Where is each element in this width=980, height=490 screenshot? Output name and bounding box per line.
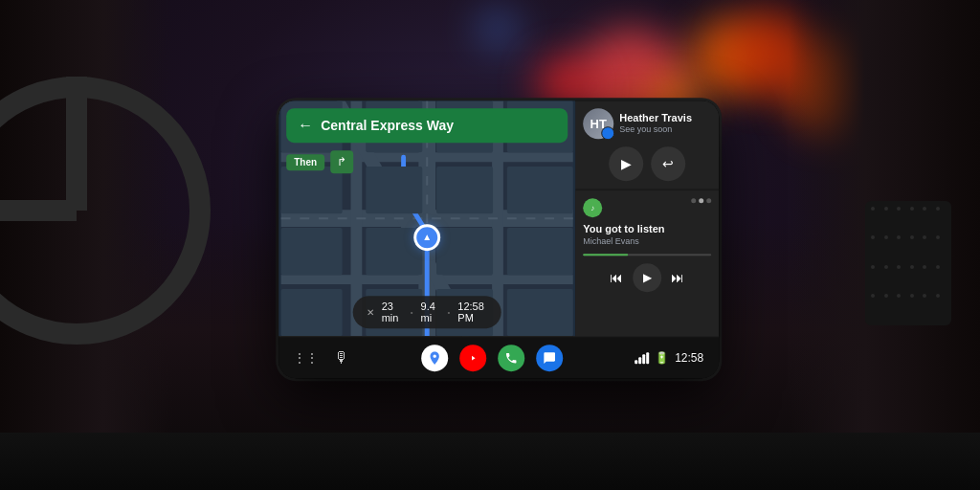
svg-rect-22 — [507, 228, 573, 275]
youtube-music-app-icon[interactable] — [459, 345, 486, 371]
music-controls: ⏮ ▶ ⏭ — [583, 263, 711, 292]
eta-separator-1: • — [411, 308, 413, 317]
taskbar: ⋮⋮ 🎙 — [278, 336, 719, 378]
svg-rect-18 — [507, 167, 573, 213]
car-background: ← Central Express Way Then ↱ ✕ — [0, 0, 980, 490]
svg-rect-15 — [281, 167, 343, 213]
bokeh-light-6 — [479, 10, 517, 48]
then-turn-arrow: ↱ — [330, 150, 353, 173]
battery-icon: 🔋 — [655, 351, 669, 365]
eta-separator-2: • — [447, 308, 450, 317]
screen-content: ← Central Express Way Then ↱ ✕ — [278, 100, 719, 378]
call-reply-button[interactable]: ↩ — [651, 146, 685, 181]
music-title: You got to listen — [583, 223, 711, 234]
music-card: ♪ You got to listen Michael Evans ⏮ ▶ ⏭ — [575, 190, 719, 336]
maps-app-icon[interactable] — [421, 345, 448, 371]
music-artist: Michael Evans — [583, 236, 711, 246]
signal-bar-2 — [638, 357, 641, 364]
apps-grid-icon[interactable]: ⋮⋮ — [294, 351, 319, 365]
eta-close-button[interactable]: ✕ — [367, 307, 374, 318]
nav-then-indicator: Then ↱ — [286, 150, 353, 173]
nav-position-marker — [413, 224, 440, 251]
call-play-button[interactable]: ▶ — [609, 146, 643, 181]
microphone-icon[interactable]: 🎙 — [334, 349, 349, 367]
svg-rect-17 — [436, 167, 493, 213]
caller-message: See you soon — [619, 124, 711, 136]
phone-app-icon[interactable] — [498, 345, 524, 371]
music-prev-button[interactable]: ⏮ — [610, 270, 623, 285]
avatar-initials: HT — [590, 117, 607, 131]
nav-dot — [413, 224, 440, 251]
progress-dot-2 — [699, 198, 703, 203]
svg-rect-21 — [436, 228, 493, 275]
svg-rect-26 — [507, 289, 573, 336]
svg-rect-23 — [281, 289, 343, 336]
caller-info: HT Heather Travis See you soon — [583, 108, 711, 139]
progress-dot-1 — [691, 198, 696, 203]
svg-rect-19 — [281, 228, 343, 275]
speaker-grille-right — [865, 201, 951, 325]
right-panel: HT Heather Travis See you soon ▶ ↩ — [575, 100, 719, 336]
signal-strength-icon — [635, 352, 649, 364]
music-icon-glyph: ♪ — [590, 204, 594, 212]
caller-name: Heather Travis — [619, 112, 711, 124]
signal-bar-3 — [642, 354, 645, 364]
svg-rect-16 — [366, 167, 422, 213]
progress-dot-3 — [706, 198, 711, 203]
music-app-icon: ♪ — [583, 198, 602, 217]
navigation-direction-bar: ← Central Express Way — [286, 108, 568, 143]
caller-details: Heather Travis See you soon — [619, 112, 711, 136]
music-next-button[interactable]: ⏭ — [671, 270, 684, 285]
caller-avatar: HT — [583, 108, 613, 139]
music-progress-dots — [691, 198, 711, 203]
eta-bar: ✕ 23 min • 9.4 mi • 12:58 PM — [353, 296, 501, 328]
then-badge: Then — [286, 154, 324, 170]
taskbar-right: 🔋 12:58 — [635, 351, 703, 365]
music-progress-bar — [583, 254, 711, 256]
clock-time: 12:58 — [675, 351, 703, 365]
map-and-panel-area: ← Central Express Way Then ↱ ✕ — [278, 100, 719, 336]
map-panel[interactable]: ← Central Express Way Then ↱ ✕ — [278, 100, 575, 336]
call-actions: ▶ ↩ — [583, 146, 711, 181]
taskbar-center-apps — [421, 345, 563, 371]
nav-street-name: Central Express Way — [321, 118, 556, 133]
taskbar-left: ⋮⋮ 🎙 — [294, 349, 349, 367]
call-card: HT Heather Travis See you soon ▶ ↩ — [575, 100, 719, 189]
music-play-button[interactable]: ▶ — [633, 263, 661, 292]
messages-app-icon[interactable] — [536, 345, 563, 371]
eta-distance: 9.4 mi — [421, 301, 440, 323]
eta-time: 12:58 PM — [457, 301, 487, 323]
nav-turn-arrow: ← — [298, 117, 313, 134]
head-unit-screen: ← Central Express Way Then ↱ ✕ — [278, 100, 719, 378]
music-progress-fill — [583, 254, 628, 256]
signal-bar-4 — [646, 352, 649, 364]
dashboard-bottom — [0, 433, 980, 490]
eta-minutes: 23 min — [382, 301, 403, 323]
signal-bar-1 — [635, 360, 637, 364]
